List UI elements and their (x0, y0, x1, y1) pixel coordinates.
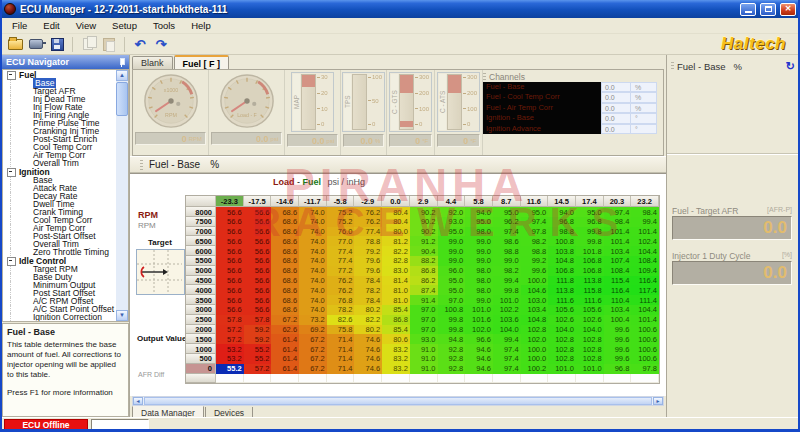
row-header[interactable]: 4500 (186, 276, 216, 286)
menu-item-file[interactable]: File (4, 19, 35, 32)
fuel-cell[interactable]: 97.0 (410, 315, 438, 325)
fuel-cell[interactable]: 100.8 (548, 236, 576, 246)
row-header[interactable]: 1000 (186, 344, 216, 354)
fuel-cell[interactable]: 68.6 (271, 236, 299, 246)
open-button[interactable] (6, 36, 24, 53)
fuel-cell[interactable]: 83.2 (382, 364, 410, 374)
fuel-cell[interactable]: 79.6 (354, 266, 382, 276)
fuel-cell[interactable]: 76.2 (354, 207, 382, 217)
fuel-cell[interactable]: 78.4 (354, 295, 382, 305)
fuel-cell[interactable]: 101.6 (465, 315, 493, 325)
fuel-cell[interactable]: 97.4 (521, 217, 549, 227)
fuel-cell[interactable]: 56.6 (244, 305, 272, 315)
fuel-cell[interactable]: 80.2 (354, 305, 382, 315)
fuel-cell[interactable]: 99.8 (493, 285, 521, 295)
fuel-cell[interactable]: 101.0 (548, 364, 576, 374)
tree-item-ignition-correction[interactable]: Ignition Correction (10, 313, 128, 321)
fuel-cell[interactable]: 71.4 (327, 364, 355, 374)
fuel-cell[interactable]: 104.4 (631, 246, 659, 256)
fuel-cell[interactable]: 82.8 (382, 256, 410, 266)
fuel-cell[interactable]: 111.6 (548, 295, 576, 305)
fuel-cell[interactable]: 74.6 (354, 334, 382, 344)
fuel-cell[interactable]: 57.8 (244, 315, 272, 325)
fuel-cell[interactable]: 96.8 (548, 217, 576, 227)
fuel-cell[interactable]: 96.8 (604, 364, 632, 374)
row-header[interactable]: 1500 (186, 334, 216, 344)
fuel-cell[interactable]: 56.6 (244, 295, 272, 305)
fuel-cell[interactable]: 90.2 (410, 207, 438, 217)
fuel-cell[interactable]: 100.0 (521, 344, 549, 354)
copy-button[interactable] (79, 36, 97, 53)
fuel-cell[interactable]: 99.0 (465, 256, 493, 266)
fuel-cell[interactable]: 98.0 (465, 276, 493, 286)
fuel-cell[interactable]: 62.6 (271, 325, 299, 335)
fuel-cell[interactable]: 108.4 (631, 256, 659, 266)
col-header[interactable]: 11.6 (521, 196, 549, 207)
fuel-cell[interactable]: 97.0 (410, 305, 438, 315)
row-header[interactable]: 5500 (186, 256, 216, 266)
fuel-cell[interactable]: 80.2 (354, 325, 382, 335)
fuel-cell[interactable]: 79.6 (354, 256, 382, 266)
fuel-cell[interactable]: 88.2 (410, 256, 438, 266)
col-header[interactable]: 17.4 (576, 196, 604, 207)
fuel-cell[interactable]: 56.6 (216, 207, 244, 217)
fuel-cell[interactable]: 97.8 (521, 227, 549, 237)
fuel-cell[interactable]: 97.4 (493, 364, 521, 374)
fuel-cell[interactable]: 101.8 (576, 246, 604, 256)
row-header[interactable]: 7000 (186, 227, 216, 237)
tree-group-ignition[interactable]: Ignition (3, 167, 128, 176)
fuel-cell[interactable]: 74.6 (354, 354, 382, 364)
fuel-cell[interactable]: 91.0 (410, 344, 438, 354)
fuel-cell[interactable]: 56.6 (216, 227, 244, 237)
fuel-cell[interactable]: 56.6 (216, 266, 244, 276)
row-header[interactable]: 2000 (186, 325, 216, 335)
col-header[interactable]: 0.0 (382, 196, 410, 207)
fuel-cell[interactable]: 105.6 (576, 305, 604, 315)
fuel-cell[interactable]: 67.2 (271, 315, 299, 325)
fuel-cell[interactable]: 75.2 (327, 217, 355, 227)
fuel-cell[interactable]: 81.0 (382, 285, 410, 295)
row-header[interactable]: 6500 (186, 236, 216, 246)
fuel-cell[interactable]: 111.6 (576, 295, 604, 305)
fuel-cell[interactable]: 109.4 (631, 266, 659, 276)
fuel-cell[interactable]: 102.8 (576, 334, 604, 344)
fuel-cell[interactable]: 56.6 (216, 276, 244, 286)
col-header[interactable]: 2.9 (410, 196, 438, 207)
fuel-cell[interactable]: 99.6 (604, 344, 632, 354)
fuel-cell[interactable]: 99.6 (521, 266, 549, 276)
fuel-cell[interactable]: 56.6 (244, 246, 272, 256)
fuel-cell[interactable]: 68.6 (271, 207, 299, 217)
fuel-cell[interactable]: 113.8 (548, 285, 576, 295)
fuel-cell[interactable]: 101.0 (576, 364, 604, 374)
fuel-cell[interactable]: 59.2 (244, 334, 272, 344)
fuel-cell[interactable]: 103.8 (548, 246, 576, 256)
fuel-cell[interactable]: 113.8 (576, 276, 604, 286)
fuel-cell[interactable]: 96.0 (438, 266, 466, 276)
fuel-cell[interactable]: 78.4 (354, 276, 382, 286)
expander-icon[interactable] (7, 257, 16, 266)
fuel-cell[interactable]: 104.0 (548, 325, 576, 335)
pin-icon[interactable] (117, 57, 125, 67)
fuel-cell[interactable]: 74.0 (299, 236, 327, 246)
fuel-cell[interactable]: 81.2 (382, 236, 410, 246)
row-header[interactable]: 8000 (186, 207, 216, 217)
fuel-cell[interactable]: 94.8 (438, 334, 466, 344)
fuel-cell[interactable]: 74.0 (299, 207, 327, 217)
fuel-cell[interactable]: 99.0 (493, 256, 521, 266)
menu-item-edit[interactable]: Edit (35, 19, 67, 32)
fuel-cell[interactable]: 97.0 (410, 325, 438, 335)
fuel-cell[interactable]: 76.0 (327, 227, 355, 237)
fuel-cell[interactable]: 100.6 (631, 344, 659, 354)
fuel-cell[interactable]: 99.0 (465, 246, 493, 256)
fuel-cell[interactable]: 100.2 (521, 364, 549, 374)
fuel-cell[interactable]: 111.4 (631, 295, 659, 305)
fuel-cell[interactable]: 110.4 (604, 295, 632, 305)
fuel-cell[interactable]: 98.2 (493, 266, 521, 276)
undo-button[interactable]: ↶ (131, 36, 149, 53)
fuel-cell[interactable]: 117.4 (631, 285, 659, 295)
fuel-cell[interactable]: 56.6 (244, 227, 272, 237)
fuel-cell[interactable]: 56.6 (244, 217, 272, 227)
fuel-cell[interactable]: 59.2 (244, 325, 272, 335)
fuel-cell[interactable]: 80.6 (382, 334, 410, 344)
fuel-cell[interactable]: 77.4 (327, 256, 355, 266)
